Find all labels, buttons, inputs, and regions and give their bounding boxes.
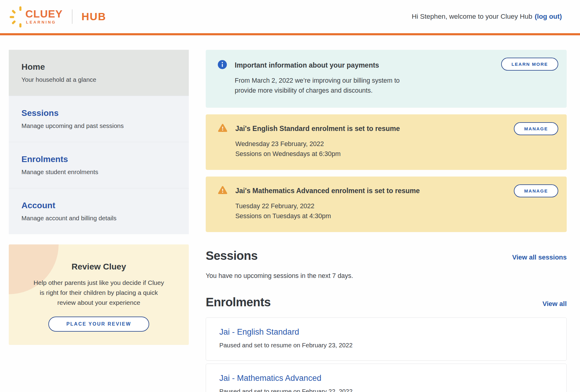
warning-banner-title: Jai's English Standard enrolment is set … [235, 124, 400, 133]
place-review-button[interactable]: PLACE YOUR REVIEW [48, 317, 150, 332]
sidebar-item-label: Account [21, 200, 176, 211]
logout-link[interactable]: (log out) [535, 13, 562, 20]
enrolments-section-header: Enrolments View all [206, 295, 567, 309]
sidebar-item-label: Enrolments [21, 154, 176, 164]
enrolment-status: Paused and set to resume on February 22,… [219, 388, 553, 392]
review-card-title: Review Cluey [23, 262, 174, 272]
warning-icon [218, 123, 227, 132]
session-schedule: Sessions on Wednesdays at 6:30pm [235, 149, 400, 159]
warning-banner-body: Tuesday 22 February, 2022 Sessions on Tu… [235, 201, 417, 221]
sessions-empty-message: You have no upcoming sessions in the nex… [206, 272, 567, 280]
sidebar-nav: Home Your household at a glance Sessions… [9, 50, 189, 234]
enrolment-card-maths[interactable]: Jai - Mathematics Advanced Paused and se… [206, 364, 567, 392]
main-content: Important information about your payment… [206, 50, 567, 392]
logo-app-name: HUB [82, 11, 106, 23]
info-banner-title: Important information about your payment… [235, 61, 416, 70]
enrolment-name[interactable]: Jai - Mathematics Advanced [219, 374, 553, 383]
view-all-enrolments-link[interactable]: View all [543, 300, 567, 309]
page-content: Home Your household at a glance Sessions… [0, 35, 580, 392]
sidebar-item-desc: Manage student enrolments [21, 168, 176, 176]
view-all-sessions-link[interactable]: View all sessions [512, 253, 567, 263]
warning-banner-title: Jai's Mathematics Advanced enrolment is … [235, 186, 420, 195]
review-cluey-card: Review Cluey Help other parents just lik… [9, 244, 189, 345]
sessions-section-header: Sessions View all sessions [206, 249, 567, 263]
enrolment-name[interactable]: Jai - English Standard [219, 327, 553, 337]
enrolment-card-english[interactable]: Jai - English Standard Paused and set to… [206, 317, 567, 361]
warning-icon [218, 186, 227, 195]
header: CLUEY LEARNING HUB Hi Stephen, welcome t… [0, 0, 580, 35]
enrolments-title: Enrolments [206, 295, 271, 309]
logo-divider [72, 9, 72, 24]
sidebar-item-label: Home [21, 62, 176, 72]
sidebar-item-account[interactable]: Account Manage account and billing detai… [9, 188, 189, 234]
sidebar-item-desc: Your household at a glance [21, 76, 176, 84]
sidebar-item-desc: Manage upcoming and past sessions [21, 122, 176, 130]
resume-date: Tuesday 22 February, 2022 [235, 201, 417, 211]
sidebar-item-desc: Manage account and billing details [21, 214, 176, 222]
session-schedule: Sessions on Tuesdays at 4:30pm [235, 211, 417, 221]
sun-rays-icon [9, 5, 25, 29]
enrolment-status: Paused and set to resume on February 23,… [219, 342, 553, 349]
logo-brand: CLUEY [25, 9, 63, 19]
info-banner-body: From March 2, 2022 we’re improving our b… [235, 76, 416, 96]
manage-button-maths[interactable]: MANAGE [514, 184, 558, 197]
manage-button-english[interactable]: MANAGE [514, 122, 558, 135]
logo-sub: LEARNING [26, 20, 63, 24]
greeting: Hi Stephen, welcome to your Cluey Hub(lo… [412, 13, 562, 21]
enrolment-resume-banner-maths: Jai's Mathematics Advanced enrolment is … [206, 177, 567, 232]
sidebar-item-home[interactable]: Home Your household at a glance [9, 50, 189, 96]
resume-date: Wednesday 23 February, 2022 [235, 139, 400, 149]
warning-banner-text: Jai's English Standard enrolment is set … [235, 124, 400, 159]
warning-banner-body: Wednesday 23 February, 2022 Sessions on … [235, 139, 400, 159]
learn-more-button[interactable]: LEARN MORE [501, 58, 558, 71]
logo-text: CLUEY LEARNING [25, 9, 63, 24]
payments-info-banner: Important information about your payment… [206, 50, 567, 108]
sessions-title: Sessions [206, 249, 258, 263]
warning-banner-text: Jai's Mathematics Advanced enrolment is … [235, 186, 420, 221]
sidebar: Home Your household at a glance Sessions… [9, 50, 189, 392]
review-card-body: Help other parents just like you decide … [31, 278, 167, 308]
cluey-logo[interactable]: CLUEY LEARNING HUB [9, 5, 106, 29]
info-banner-text: Important information about your payment… [235, 61, 416, 96]
sidebar-item-sessions[interactable]: Sessions Manage upcoming and past sessio… [9, 96, 189, 142]
enrolment-resume-banner-english: Jai's English Standard enrolment is set … [206, 114, 567, 170]
sidebar-item-label: Sessions [21, 108, 176, 118]
info-icon [218, 60, 227, 69]
greeting-text: Hi Stephen, welcome to your Cluey Hub [412, 13, 532, 20]
sidebar-item-enrolments[interactable]: Enrolments Manage student enrolments [9, 142, 189, 188]
